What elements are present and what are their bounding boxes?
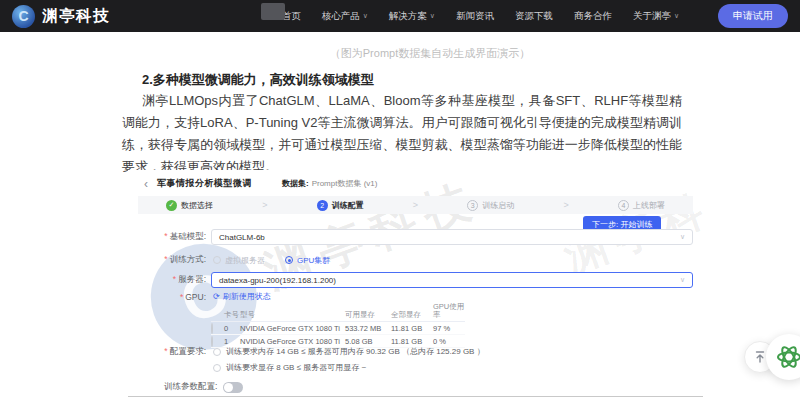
radio-gpu-cluster[interactable]: GPU集群 (285, 255, 330, 266)
radio-virtual-server[interactable]: 虚拟服务器 (213, 255, 265, 266)
wizard-steps: ✓ 数据选择 > 2 训练配置 > 3 训练启动 > 4 上线部署 (138, 196, 693, 214)
row-radio-icon[interactable] (211, 323, 213, 334)
step-data-select[interactable]: ✓ 数据选择 (166, 200, 213, 211)
select-arrow-icon: ∨ (680, 233, 685, 241)
col-usage: GPU使用率 (433, 303, 465, 319)
base-model-label: 基础模型: (170, 231, 206, 241)
finetune-demo-panel: C 渊亭科技 渊亭科技 ‹ 军事情报分析模型微调 数据集: Prompt数据集 … (128, 170, 703, 397)
col-total: 全部显存 (391, 311, 433, 319)
nav-menu: 首页 核心产品∨ 解决方案∨ 新闻资讯 资源下载 商务合作 关于渊亭∨ 申请试用 (282, 4, 788, 28)
required-marker: * (173, 274, 176, 284)
server-value: dataexa-gpu-200(192.168.1.200) (219, 276, 336, 285)
col-card-id: 卡号 (224, 311, 240, 319)
nav-item-products[interactable]: 核心产品∨ (322, 10, 368, 23)
brand-name: 渊亭科技 (42, 6, 110, 27)
back-icon[interactable]: ‹ (144, 179, 148, 189)
step-chevron-icon: > (413, 200, 418, 210)
config-requirements: 训练要求内存 14 GB ≤ 服务器可用内存 90.32 GB （总内存 125… (213, 346, 485, 373)
refresh-gpu-status-link[interactable]: ⟳ 刷新使用状态 (213, 291, 271, 302)
vram-requirement: 训练要求显存 8 GB ≤ 服务器可用显存 ~ (213, 362, 485, 373)
nav-item-news[interactable]: 新闻资讯 (456, 10, 494, 23)
refresh-icon: ⟳ (213, 292, 220, 301)
required-marker: * (164, 346, 167, 356)
check-circle-icon[interactable] (213, 364, 221, 372)
gpu-table: 卡号 型号 可用显存 全部显存 GPU使用率 0 NVIDIA GeForce … (211, 303, 465, 348)
dataset-value: Prompt数据集 (v1) (312, 178, 378, 189)
step-check-icon: ✓ (166, 200, 177, 211)
col-model: 型号 (240, 311, 345, 319)
train-params-toggle[interactable] (223, 382, 243, 393)
dataset-label: 数据集: (282, 178, 309, 189)
step-chevron-icon: > (563, 200, 568, 210)
server-select[interactable]: dataexa-gpu-200(192.168.1.200) ∨ (211, 272, 693, 288)
required-marker: * (164, 231, 167, 241)
body-paragraph: 渊亭LLMOps内置了ChatGLM、LLaMA、Bloom等多种基座模型，具备… (122, 90, 682, 178)
radio-icon (213, 256, 221, 264)
nav-item-about[interactable]: 关于渊亭∨ (633, 10, 679, 23)
demo-header: ‹ 军事情报分析模型微调 数据集: Prompt数据集 (v1) (144, 177, 377, 190)
chevron-down-icon: ∨ (430, 12, 435, 20)
step-number: 2 (317, 200, 328, 211)
chevron-down-icon: ∨ (674, 12, 679, 20)
demo-title: 军事情报分析模型微调 (157, 177, 252, 190)
train-params-row: 训练参数配置: (164, 381, 243, 393)
step-number: 4 (618, 200, 629, 211)
nav-item-business[interactable]: 商务合作 (574, 10, 612, 23)
figure-caption: （图为Prompt数据集自动生成界面演示） (130, 46, 730, 61)
server-row: *服务器: dataexa-gpu-200(192.168.1.200) ∨ (128, 272, 693, 288)
train-mode-options: 虚拟服务器 GPU集群 (213, 255, 330, 266)
server-label: 服务器: (178, 274, 206, 284)
gpu-table-header: 卡号 型号 可用显存 全部显存 GPU使用率 (211, 303, 465, 322)
nav-dropdown-artifact (261, 3, 285, 20)
assistant-button[interactable] (766, 334, 800, 380)
gpu-row: *GPU: ⟳ 刷新使用状态 (128, 291, 271, 302)
green-knot-icon (775, 343, 800, 371)
required-marker: * (180, 292, 183, 302)
brand[interactable]: C 渊亭科技 (12, 5, 110, 28)
col-available: 可用显存 (345, 311, 391, 319)
section-heading: 2.多种模型微调能力，高效训练领域模型 (142, 71, 374, 89)
apply-trial-button[interactable]: 申请试用 (718, 4, 788, 28)
step-number: 3 (467, 200, 478, 211)
company-logo-icon: C (12, 5, 35, 28)
step-chevron-icon: > (262, 200, 267, 210)
train-params-label: 训练参数配置: (164, 381, 217, 393)
radio-selected-icon (285, 256, 293, 264)
nav-item-downloads[interactable]: 资源下载 (515, 10, 553, 23)
chevron-down-icon: ∨ (363, 12, 368, 20)
step-deploy[interactable]: 4 上线部署 (618, 200, 665, 211)
base-model-value: ChatGLM-6b (219, 233, 265, 242)
gpu-table-row[interactable]: 0 NVIDIA GeForce GTX 1080 Ti 533.72 MB 1… (211, 322, 465, 335)
config-req-row: *配置要求: (128, 346, 206, 358)
train-mode-label: 训练方式: (170, 254, 206, 264)
step-train-start[interactable]: 3 训练启动 (467, 200, 514, 211)
config-req-label: 配置要求: (170, 346, 206, 356)
train-mode-row: *训练方式: 虚拟服务器 GPU集群 (128, 254, 330, 266)
row-radio-icon[interactable] (211, 336, 213, 347)
base-model-select[interactable]: ChatGLM-6b ∨ (211, 229, 693, 245)
required-marker: * (164, 254, 167, 264)
select-arrow-icon: ∨ (680, 276, 685, 284)
memory-requirement: 训练要求内存 14 GB ≤ 服务器可用内存 90.32 GB （总内存 125… (213, 346, 485, 357)
arrow-to-top-icon (753, 350, 767, 364)
top-navbar: C 渊亭科技 首页 核心产品∨ 解决方案∨ 新闻资讯 资源下载 商务合作 关于渊… (0, 0, 800, 32)
gpu-label: GPU: (185, 292, 206, 302)
dataset-info: 数据集: Prompt数据集 (v1) (282, 178, 377, 189)
nav-item-solutions[interactable]: 解决方案∨ (389, 10, 435, 23)
base-model-row: *基础模型: ChatGLM-6b ∨ (128, 229, 693, 245)
check-circle-icon[interactable] (213, 348, 221, 356)
step-train-config[interactable]: 2 训练配置 (317, 200, 364, 211)
